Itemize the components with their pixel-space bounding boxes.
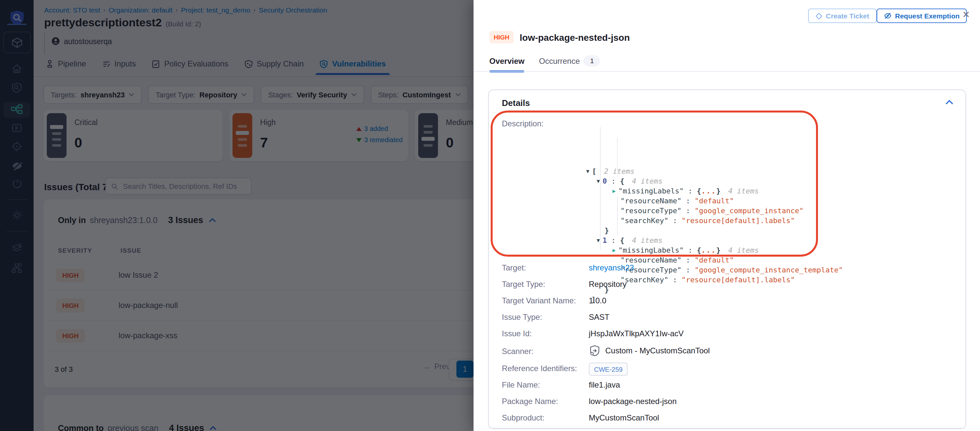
- json-indent-guide: [617, 197, 618, 236]
- json-line: "searchKey" : "resource[default].labels": [586, 216, 955, 226]
- json-line: "searchKey" : "resource[default].labels": [586, 275, 955, 285]
- field-file-name: File Name: file1.java: [502, 380, 620, 390]
- collapse-chevron-up-icon[interactable]: [945, 99, 954, 105]
- json-line: ▼1 : { 4 items: [586, 236, 955, 246]
- request-exemption-button[interactable]: Request Exemption: [877, 9, 967, 23]
- json-line: "resourceType" : "google_compute_instanc…: [586, 265, 955, 275]
- create-ticket-button[interactable]: Create Ticket: [808, 9, 877, 23]
- field-subproduct: Subproduct: MyCustomScanTool: [502, 413, 659, 422]
- json-line: ▼0 : { 4 items: [586, 176, 955, 186]
- field-target-type: Target Type: Repository: [502, 280, 627, 289]
- tab-occurrence[interactable]: Occurrence 1: [539, 55, 600, 72]
- json-indent-guide: [600, 127, 601, 250]
- description-label: Description:: [502, 119, 544, 128]
- field-scanner: Scanner: Custom - MyCustomScanTool: [502, 345, 710, 357]
- cwe-chip[interactable]: CWE-259: [589, 363, 628, 376]
- json-line: ▶"missingLabels" : {...} 4 items: [586, 246, 955, 255]
- field-package-name: Package Name: low-package-nested-json: [502, 397, 677, 406]
- details-card: Details Description: ▼[ 2 items▼0 : { 4 …: [488, 89, 966, 429]
- occurrence-count-badge: 1: [584, 55, 600, 67]
- json-line: }: [586, 226, 955, 236]
- field-reference-identifiers: Reference Identifiers: CWE-259: [502, 363, 628, 376]
- json-line: "resourceName" : "default": [586, 196, 955, 206]
- details-heading: Details: [502, 98, 530, 108]
- json-line: ]: [586, 295, 955, 305]
- scanner-icon: [589, 345, 601, 357]
- field-issue-id: Issue Id: jHspJaWxTlkpAXY1Iw-acV: [502, 329, 684, 338]
- json-line: ▶"missingLabels" : {...} 4 items: [586, 186, 955, 196]
- modal-dim-overlay[interactable]: [0, 0, 474, 431]
- details-card-bottom-divider: [489, 428, 966, 428]
- issue-header: HIGH low-package-nested-json: [489, 31, 630, 43]
- json-line: ▼[ 2 items: [586, 166, 955, 176]
- field-issue-type: Issue Type: SAST: [502, 312, 609, 322]
- field-target-variant-name: Target Variant Name: 1.0.0: [502, 296, 606, 305]
- issue-details-panel: Create Ticket Request Exemption ✕ HIGH l…: [474, 0, 980, 431]
- issue-title: low-package-nested-json: [520, 32, 630, 43]
- eye-off-icon: [884, 12, 892, 20]
- field-target: Target: shreyansh23: [502, 263, 634, 273]
- target-link[interactable]: shreyansh23: [589, 263, 634, 273]
- json-line: "resourceType" : "google_compute_instanc…: [586, 206, 955, 216]
- panel-tabs: Overview Occurrence 1: [489, 55, 600, 72]
- json-indent-guide: [617, 138, 618, 177]
- json-tree[interactable]: ▼[ 2 items▼0 : { 4 items▶"missingLabels"…: [586, 117, 955, 305]
- close-icon[interactable]: ✕: [962, 9, 970, 20]
- json-line: }: [586, 285, 955, 295]
- tab-overview[interactable]: Overview: [489, 55, 525, 72]
- panel-tabs-divider: [474, 71, 980, 72]
- ticket-diamond-icon: [815, 12, 822, 19]
- json-line: "resourceName" : "default": [586, 255, 955, 265]
- app-root: Account: STO test› Organization: default…: [0, 0, 980, 431]
- severity-badge: HIGH: [489, 31, 514, 43]
